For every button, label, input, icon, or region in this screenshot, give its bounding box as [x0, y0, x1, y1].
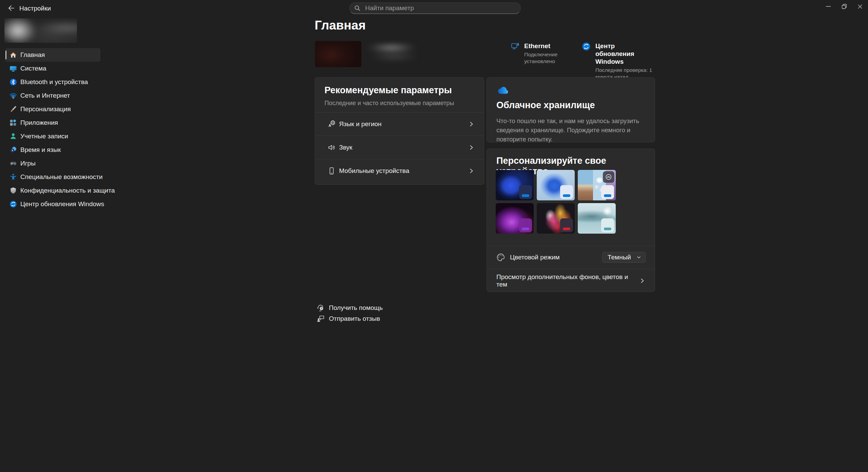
theme-preview-tile [560, 185, 573, 199]
clock-globe-icon [9, 146, 17, 154]
windows-update-status[interactable]: Центр обновления Windows Последняя прове… [582, 42, 655, 80]
row-sound[interactable]: Звук [315, 136, 484, 159]
gamepad-icon [9, 160, 17, 167]
accent-pill [522, 228, 529, 230]
send-feedback-link[interactable]: Отправить отзыв [317, 315, 380, 322]
accent-pill [522, 194, 529, 197]
theme-mountain-lake[interactable] [578, 203, 616, 234]
device-thumbnail-blurred [315, 41, 361, 67]
shield-icon [9, 187, 17, 194]
windows-update-title: Центр обновления Windows [595, 42, 652, 65]
recommended-title: Рекомендуемые параметры [324, 85, 474, 96]
collage-strip-beach [578, 170, 593, 200]
sidebar-item-system[interactable]: Система [5, 62, 100, 75]
sidebar: Главная Система Bluetooth и устройства [0, 16, 105, 472]
chevron-right-icon [468, 121, 475, 127]
get-help-label: Получить помощь [329, 304, 383, 312]
row-language-region[interactable]: Язык и регион [315, 112, 484, 136]
sidebar-item-time-language[interactable]: Время и язык [5, 143, 100, 157]
accessibility-icon [9, 173, 17, 181]
person-icon [9, 133, 17, 140]
sidebar-item-home[interactable]: Главная [5, 48, 100, 62]
theme-preview-tile [601, 218, 614, 232]
language-region-icon [328, 120, 336, 128]
cloud-storage-title: Облачное хранилище [496, 100, 645, 111]
theme-windows-dark-bloom[interactable] [496, 170, 534, 200]
minimize-button[interactable] [820, 0, 836, 13]
accent-pill [604, 228, 611, 230]
recommended-settings-card: Рекомендуемые параметры Последние и част… [315, 77, 484, 185]
search-input[interactable] [364, 4, 516, 12]
search-box[interactable] [349, 2, 521, 14]
send-feedback-icon [317, 315, 324, 322]
accent-pill [604, 194, 611, 197]
windows-update-icon [9, 200, 17, 208]
browse-themes-label: Просмотр дополнительных фонов, цветов и … [496, 273, 639, 288]
cloud-storage-message: Что-то пошло не так, и нам не удалось за… [496, 116, 646, 144]
device-name-blurred [364, 43, 427, 63]
ethernet-title: Ethernet [524, 42, 582, 50]
sidebar-item-personalization[interactable]: Персонализация [5, 102, 100, 116]
row-label: Язык и регион [339, 120, 381, 128]
selection-indicator [5, 51, 6, 59]
sidebar-item-label: Приложения [20, 119, 58, 126]
apps-icon [9, 119, 17, 126]
sidebar-item-gaming[interactable]: Игры [5, 157, 100, 170]
phone-icon [328, 167, 336, 175]
sidebar-item-label: Персонализация [20, 105, 71, 113]
back-button[interactable] [4, 2, 18, 14]
sidebar-nav: Главная Система Bluetooth и устройства [5, 48, 100, 211]
theme-windows-light-bloom[interactable] [537, 170, 575, 200]
sidebar-item-network[interactable]: Сеть и Интернет [5, 89, 100, 102]
back-arrow-icon [7, 4, 15, 12]
theme-preview-tile [519, 218, 532, 232]
sidebar-item-label: Главная [20, 51, 45, 59]
minimize-icon [826, 4, 831, 9]
close-button[interactable] [852, 0, 868, 13]
sidebar-item-label: Игры [20, 160, 36, 167]
spotlight-badge-icon [603, 171, 614, 183]
cloud-storage-card: Облачное хранилище Что-то пошло не так, … [487, 77, 655, 142]
browse-themes-row[interactable]: Просмотр дополнительных фонов, цветов и … [487, 269, 655, 292]
row-label: Звук [339, 144, 352, 151]
theme-preview-tile [519, 185, 532, 199]
get-help-link[interactable]: ? Получить помощь [317, 304, 383, 312]
sidebar-item-apps[interactable]: Приложения [5, 116, 100, 130]
sidebar-item-windows-update[interactable]: Центр обновления Windows [5, 197, 100, 211]
settings-window: Настройки Глав [0, 0, 868, 472]
brush-icon [9, 105, 17, 113]
sidebar-item-bluetooth[interactable]: Bluetooth и устройства [5, 75, 100, 89]
page-title: Главная [315, 18, 366, 33]
personalize-card: Персонализируйте свое устройство [487, 149, 655, 292]
sidebar-item-privacy[interactable]: Конфиденциальность и защита [5, 184, 100, 197]
theme-grid [496, 170, 616, 234]
sidebar-item-accounts[interactable]: Учетные записи [5, 130, 100, 143]
svg-text:?: ? [321, 307, 322, 310]
theme-colorful-flower[interactable] [537, 203, 575, 234]
ethernet-status[interactable]: Ethernet Подключение установлено [511, 42, 584, 65]
theme-purple-glow[interactable] [496, 203, 534, 234]
chevron-right-icon [468, 168, 475, 174]
recommended-rows: Язык и регион Звук Мобильные устройств [315, 112, 484, 182]
color-mode-dropdown[interactable]: Темный [602, 252, 646, 263]
palette-icon [496, 253, 505, 262]
sidebar-item-label: Bluetooth и устройства [20, 78, 88, 86]
sidebar-item-accessibility[interactable]: Специальные возможности [5, 170, 100, 184]
user-profile-blurred[interactable] [4, 18, 77, 43]
get-help-icon: ? [317, 304, 324, 312]
search-icon [354, 5, 360, 11]
sidebar-item-label: Сеть и Интернет [20, 92, 70, 99]
device-name-blur-blob [356, 37, 444, 70]
sidebar-item-label: Конфиденциальность и защита [20, 187, 115, 194]
accent-pill [563, 228, 570, 230]
onedrive-cloud-icon [496, 86, 645, 95]
restore-button[interactable] [836, 0, 852, 13]
color-mode-label: Цветовой режим [510, 254, 560, 261]
row-mobile-devices[interactable]: Мобильные устройства [315, 159, 484, 182]
ethernet-subtitle: Подключение установлено [524, 51, 584, 65]
chevron-right-icon [639, 277, 646, 284]
theme-spotlight-collage[interactable] [578, 170, 616, 200]
row-label: Мобильные устройства [339, 167, 409, 175]
home-icon [9, 51, 17, 59]
speaker-icon [328, 143, 336, 152]
